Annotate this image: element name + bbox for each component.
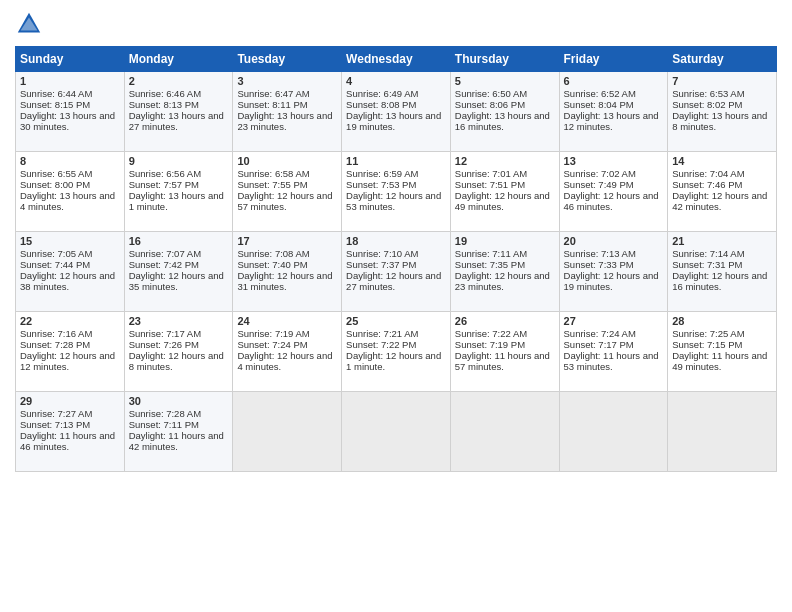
daylight-text: Daylight: 12 hours and 35 minutes. bbox=[129, 270, 224, 292]
daylight-text: Daylight: 12 hours and 38 minutes. bbox=[20, 270, 115, 292]
sunset-text: Sunset: 8:15 PM bbox=[20, 99, 90, 110]
daylight-text: Daylight: 12 hours and 31 minutes. bbox=[237, 270, 332, 292]
daylight-text: Daylight: 11 hours and 46 minutes. bbox=[20, 430, 115, 452]
sunrise-text: Sunrise: 6:47 AM bbox=[237, 88, 309, 99]
day-number: 16 bbox=[129, 235, 229, 247]
calendar-cell: 11Sunrise: 6:59 AMSunset: 7:53 PMDayligh… bbox=[342, 152, 451, 232]
sunset-text: Sunset: 7:44 PM bbox=[20, 259, 90, 270]
daylight-text: Daylight: 13 hours and 23 minutes. bbox=[237, 110, 332, 132]
calendar-cell: 4Sunrise: 6:49 AMSunset: 8:08 PMDaylight… bbox=[342, 72, 451, 152]
sunset-text: Sunset: 7:55 PM bbox=[237, 179, 307, 190]
daylight-text: Daylight: 11 hours and 53 minutes. bbox=[564, 350, 659, 372]
daylight-text: Daylight: 13 hours and 27 minutes. bbox=[129, 110, 224, 132]
calendar-cell: 2Sunrise: 6:46 AMSunset: 8:13 PMDaylight… bbox=[124, 72, 233, 152]
calendar-cell: 21Sunrise: 7:14 AMSunset: 7:31 PMDayligh… bbox=[668, 232, 777, 312]
daylight-text: Daylight: 12 hours and 4 minutes. bbox=[237, 350, 332, 372]
daylight-text: Daylight: 12 hours and 46 minutes. bbox=[564, 190, 659, 212]
sunrise-text: Sunrise: 6:46 AM bbox=[129, 88, 201, 99]
daylight-text: Daylight: 12 hours and 19 minutes. bbox=[564, 270, 659, 292]
daylight-text: Daylight: 12 hours and 8 minutes. bbox=[129, 350, 224, 372]
daylight-text: Daylight: 13 hours and 1 minute. bbox=[129, 190, 224, 212]
sunrise-text: Sunrise: 7:25 AM bbox=[672, 328, 744, 339]
calendar-cell: 5Sunrise: 6:50 AMSunset: 8:06 PMDaylight… bbox=[450, 72, 559, 152]
day-number: 22 bbox=[20, 315, 120, 327]
sunrise-text: Sunrise: 7:16 AM bbox=[20, 328, 92, 339]
daylight-text: Daylight: 12 hours and 49 minutes. bbox=[455, 190, 550, 212]
sunrise-text: Sunrise: 7:11 AM bbox=[455, 248, 527, 259]
calendar-cell: 20Sunrise: 7:13 AMSunset: 7:33 PMDayligh… bbox=[559, 232, 668, 312]
sunset-text: Sunset: 8:11 PM bbox=[237, 99, 307, 110]
sunset-text: Sunset: 7:13 PM bbox=[20, 419, 90, 430]
daylight-text: Daylight: 12 hours and 27 minutes. bbox=[346, 270, 441, 292]
day-number: 10 bbox=[237, 155, 337, 167]
sunset-text: Sunset: 7:15 PM bbox=[672, 339, 742, 350]
calendar-cell: 6Sunrise: 6:52 AMSunset: 8:04 PMDaylight… bbox=[559, 72, 668, 152]
sunset-text: Sunset: 7:33 PM bbox=[564, 259, 634, 270]
calendar-cell: 19Sunrise: 7:11 AMSunset: 7:35 PMDayligh… bbox=[450, 232, 559, 312]
calendar-cell: 27Sunrise: 7:24 AMSunset: 7:17 PMDayligh… bbox=[559, 312, 668, 392]
daylight-text: Daylight: 12 hours and 57 minutes. bbox=[237, 190, 332, 212]
calendar-container: SundayMondayTuesdayWednesdayThursdayFrid… bbox=[0, 0, 792, 482]
day-number: 29 bbox=[20, 395, 120, 407]
calendar-cell: 14Sunrise: 7:04 AMSunset: 7:46 PMDayligh… bbox=[668, 152, 777, 232]
sunrise-text: Sunrise: 7:10 AM bbox=[346, 248, 418, 259]
daylight-text: Daylight: 11 hours and 42 minutes. bbox=[129, 430, 224, 452]
sunset-text: Sunset: 8:06 PM bbox=[455, 99, 525, 110]
calendar-cell: 10Sunrise: 6:58 AMSunset: 7:55 PMDayligh… bbox=[233, 152, 342, 232]
day-number: 5 bbox=[455, 75, 555, 87]
sunset-text: Sunset: 7:49 PM bbox=[564, 179, 634, 190]
sunrise-text: Sunrise: 7:02 AM bbox=[564, 168, 636, 179]
sunset-text: Sunset: 7:31 PM bbox=[672, 259, 742, 270]
day-number: 21 bbox=[672, 235, 772, 247]
calendar-cell: 3Sunrise: 6:47 AMSunset: 8:11 PMDaylight… bbox=[233, 72, 342, 152]
calendar-cell: 18Sunrise: 7:10 AMSunset: 7:37 PMDayligh… bbox=[342, 232, 451, 312]
day-number: 6 bbox=[564, 75, 664, 87]
sunset-text: Sunset: 7:19 PM bbox=[455, 339, 525, 350]
day-number: 23 bbox=[129, 315, 229, 327]
sunrise-text: Sunrise: 7:14 AM bbox=[672, 248, 744, 259]
sunset-text: Sunset: 8:08 PM bbox=[346, 99, 416, 110]
sunrise-text: Sunrise: 6:58 AM bbox=[237, 168, 309, 179]
sunrise-text: Sunrise: 7:04 AM bbox=[672, 168, 744, 179]
daylight-text: Daylight: 12 hours and 53 minutes. bbox=[346, 190, 441, 212]
calendar-cell: 30Sunrise: 7:28 AMSunset: 7:11 PMDayligh… bbox=[124, 392, 233, 472]
day-number: 14 bbox=[672, 155, 772, 167]
sunrise-text: Sunrise: 7:28 AM bbox=[129, 408, 201, 419]
sunset-text: Sunset: 7:11 PM bbox=[129, 419, 199, 430]
sunset-text: Sunset: 7:53 PM bbox=[346, 179, 416, 190]
sunrise-text: Sunrise: 6:55 AM bbox=[20, 168, 92, 179]
day-number: 9 bbox=[129, 155, 229, 167]
week-row-2: 8Sunrise: 6:55 AMSunset: 8:00 PMDaylight… bbox=[16, 152, 777, 232]
day-number: 24 bbox=[237, 315, 337, 327]
day-number: 3 bbox=[237, 75, 337, 87]
daylight-text: Daylight: 13 hours and 16 minutes. bbox=[455, 110, 550, 132]
calendar-cell bbox=[559, 392, 668, 472]
sunrise-text: Sunrise: 7:13 AM bbox=[564, 248, 636, 259]
day-number: 11 bbox=[346, 155, 446, 167]
day-number: 17 bbox=[237, 235, 337, 247]
sunset-text: Sunset: 8:02 PM bbox=[672, 99, 742, 110]
sunrise-text: Sunrise: 7:17 AM bbox=[129, 328, 201, 339]
day-number: 18 bbox=[346, 235, 446, 247]
calendar-cell bbox=[668, 392, 777, 472]
day-number: 20 bbox=[564, 235, 664, 247]
calendar-cell: 25Sunrise: 7:21 AMSunset: 7:22 PMDayligh… bbox=[342, 312, 451, 392]
calendar-cell: 1Sunrise: 6:44 AMSunset: 8:15 PMDaylight… bbox=[16, 72, 125, 152]
day-number: 12 bbox=[455, 155, 555, 167]
sunset-text: Sunset: 8:04 PM bbox=[564, 99, 634, 110]
sunset-text: Sunset: 7:37 PM bbox=[346, 259, 416, 270]
calendar-cell: 28Sunrise: 7:25 AMSunset: 7:15 PMDayligh… bbox=[668, 312, 777, 392]
daylight-text: Daylight: 12 hours and 1 minute. bbox=[346, 350, 441, 372]
sunset-text: Sunset: 7:28 PM bbox=[20, 339, 90, 350]
week-row-1: 1Sunrise: 6:44 AMSunset: 8:15 PMDaylight… bbox=[16, 72, 777, 152]
day-number: 27 bbox=[564, 315, 664, 327]
sunrise-text: Sunrise: 7:01 AM bbox=[455, 168, 527, 179]
sunset-text: Sunset: 7:46 PM bbox=[672, 179, 742, 190]
day-number: 26 bbox=[455, 315, 555, 327]
day-header-tuesday: Tuesday bbox=[233, 47, 342, 72]
day-number: 19 bbox=[455, 235, 555, 247]
day-number: 15 bbox=[20, 235, 120, 247]
sunset-text: Sunset: 7:42 PM bbox=[129, 259, 199, 270]
day-number: 28 bbox=[672, 315, 772, 327]
day-header-saturday: Saturday bbox=[668, 47, 777, 72]
